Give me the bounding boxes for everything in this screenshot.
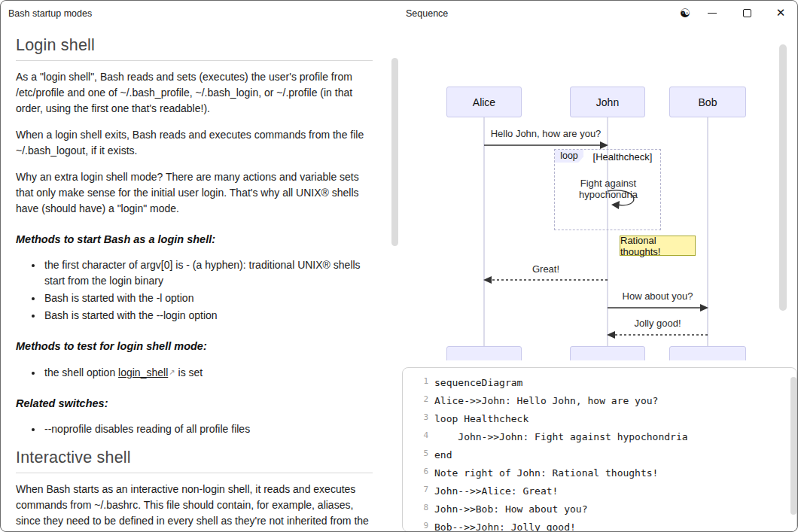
- bullet-list-test: the shell option login_shell↗ is set: [16, 364, 373, 381]
- line-number: 6: [409, 465, 428, 476]
- heading-login-shell: Login shell: [16, 35, 373, 61]
- line-number: 5: [409, 447, 428, 458]
- code-scrollbar[interactable]: [790, 377, 796, 515]
- paragraph: As a "login shell", Bash reads and sets …: [16, 69, 373, 117]
- bullet-list-related: --noprofile disables reading of all prof…: [16, 421, 373, 437]
- loop-label: loop: [555, 150, 583, 163]
- actor-label: Alice: [473, 96, 495, 108]
- code-line: 8John->>Bob: How about you?: [409, 501, 789, 519]
- actor-john: John: [570, 87, 645, 117]
- code-text: end: [428, 447, 452, 463]
- code-line: 7John-->>Alice: Great!: [409, 483, 789, 501]
- code-line: 2Alice->>John: Hello John, how are you?: [409, 393, 789, 411]
- code-editor[interactable]: 1sequenceDiagram 2Alice->>John: Hello Jo…: [402, 367, 797, 532]
- list-item: the shell option login_shell↗ is set: [43, 364, 373, 381]
- code-line: 1sequenceDiagram: [409, 375, 789, 393]
- code-text: John->>John: Fight against hypochondria: [428, 429, 688, 445]
- diagram-scrollbar[interactable]: [779, 44, 787, 311]
- subheading-methods-start: Methods to start Bash as a login shell:: [16, 232, 373, 248]
- code-text: Note right of John: Rational thoughts!: [428, 465, 658, 481]
- actor-bob: Bob: [669, 87, 746, 117]
- code-line: 3loop Healthcheck: [409, 411, 789, 429]
- list-item-text: the shell option: [44, 366, 118, 378]
- code-text: loop Healthcheck: [428, 411, 528, 427]
- line-number: 7: [409, 483, 428, 494]
- paragraph: When a login shell exits, Bash reads and…: [16, 127, 373, 159]
- list-item: Bash is started with the -l option: [43, 290, 373, 306]
- bullet-list-start: the first character of argv[0] is - (a h…: [16, 257, 373, 324]
- code-text: Alice->>John: Hello John, how are you?: [428, 393, 658, 409]
- document-content: Login shell As a "login shell", Bash rea…: [1, 25, 388, 531]
- left-pane-title: Bash startup modes: [8, 8, 92, 19]
- sequence-preview-pane: > Alice (dashed) --> > John (dashed) -->…: [400, 1, 798, 531]
- code-text: John->>Bob: How about you?: [428, 501, 588, 517]
- list-item: --noprofile disables reading of all prof…: [43, 421, 373, 437]
- message-how-about: How about you?: [608, 290, 708, 302]
- paragraph: Why an extra login shell mode? There are…: [16, 169, 373, 217]
- code-line: 6Note right of John: Rational thoughts!: [409, 465, 789, 483]
- login-shell-link[interactable]: login_shell: [118, 366, 168, 378]
- list-item: the first character of argv[0] is - (a h…: [43, 257, 373, 289]
- actor-label: John: [596, 96, 619, 108]
- message-hello: Hello John, how are you?: [484, 128, 608, 139]
- sequence-diagram: > Alice (dashed) --> > John (dashed) -->…: [400, 1, 778, 360]
- paragraph: When Bash starts as an interactive non-l…: [16, 482, 373, 531]
- line-number: 3: [409, 411, 428, 422]
- code-text: sequenceDiagram: [428, 375, 522, 391]
- subheading-related-switches: Related switches:: [16, 396, 373, 412]
- line-number: 8: [409, 501, 428, 512]
- document-scrollbar[interactable]: [391, 58, 398, 246]
- heading-interactive-shell: Interactive shell: [16, 448, 373, 473]
- note-rational-thoughts: Rational thoughts!: [620, 236, 696, 256]
- line-number: 2: [409, 393, 428, 404]
- actor-alice-bottom: [446, 346, 522, 360]
- code-line: 5end: [409, 447, 789, 465]
- actor-alice: Alice: [446, 87, 522, 117]
- code-line: 9Bob-->>John: Jolly good!: [409, 519, 789, 532]
- list-item: Bash is started with the --login option: [43, 308, 373, 324]
- loop-frame: loop [Healthcheck]: [554, 149, 661, 230]
- message-great: Great!: [484, 263, 608, 275]
- list-item-text: is set: [175, 366, 203, 378]
- external-link-icon: ↗: [169, 368, 175, 376]
- line-number: 4: [409, 429, 428, 440]
- subheading-methods-test: Methods to test for login shell mode:: [16, 339, 373, 354]
- markdown-preview-pane[interactable]: Login shell As a "login shell", Bash rea…: [1, 25, 400, 531]
- actor-john-bottom: [570, 346, 645, 360]
- code-line: 4 John->>John: Fight against hypochondri…: [409, 429, 789, 447]
- actor-label: Bob: [699, 96, 717, 108]
- line-number: 9: [409, 519, 428, 530]
- line-number: 1: [409, 375, 428, 386]
- message-jolly: Jolly good!: [608, 318, 708, 329]
- code-text: Bob-->>John: Jolly good!: [428, 519, 576, 532]
- app-window: Bash startup modes Sequence ☯ ✕ Login sh…: [0, 0, 798, 532]
- loop-condition: [Healthcheck]: [583, 151, 662, 163]
- actor-bob-bottom: [669, 346, 746, 360]
- code-text: John-->>Alice: Great!: [428, 483, 558, 499]
